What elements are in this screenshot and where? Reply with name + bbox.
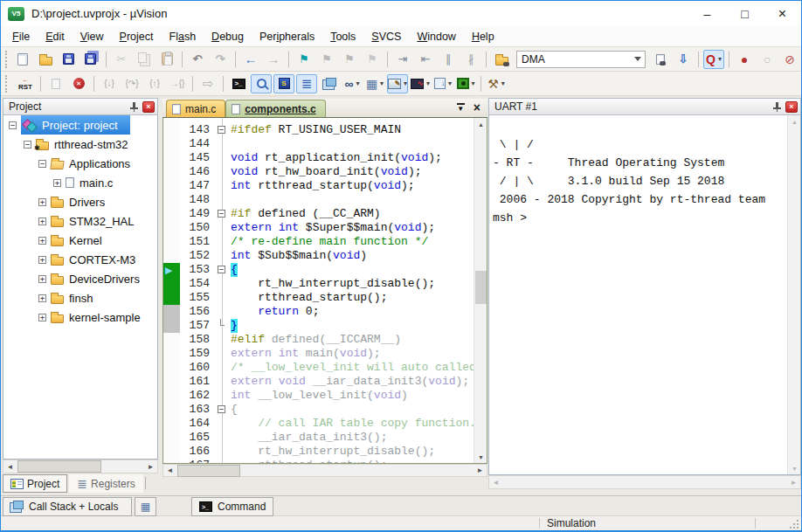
tree-item-project-project[interactable]: −Project: project: [3, 115, 157, 135]
scrollbar-thumb[interactable]: [177, 465, 240, 477]
serial-windows-button[interactable]: ✎▾: [387, 74, 408, 93]
project-horizontal-scrollbar[interactable]: ◄ ►: [3, 459, 158, 473]
tab-project[interactable]: Project: [3, 474, 67, 493]
memory-windows-button[interactable]: ▦▾: [364, 74, 385, 93]
save-all-button[interactable]: [80, 50, 101, 69]
scrollbar-thumb[interactable]: [475, 271, 487, 304]
expand-icon[interactable]: +: [38, 237, 46, 245]
comment-selection-button[interactable]: ∥: [438, 50, 459, 69]
breakpoint-toggle-button[interactable]: ●: [734, 50, 755, 69]
collapse-icon[interactable]: −: [9, 121, 17, 129]
bookmark-next-button[interactable]: ⚑: [316, 50, 337, 69]
paste-button[interactable]: [156, 50, 177, 69]
find-text-input[interactable]: [517, 53, 630, 66]
scrollbar-thumb[interactable]: [17, 460, 101, 473]
minimize-button[interactable]: –: [688, 1, 726, 26]
menu-view[interactable]: View: [73, 28, 112, 45]
analysis-windows-button[interactable]: ∿▾: [410, 74, 431, 93]
tree-item-kernel-sample[interactable]: +kernel-sample: [3, 307, 157, 327]
toolbar-drag-handle[interactable]: [5, 51, 7, 68]
menu-svcs[interactable]: SVCS: [363, 28, 409, 45]
menu-window[interactable]: Window: [409, 28, 463, 45]
tab-components-c[interactable]: components.c: [225, 100, 325, 117]
tab-main-c[interactable]: main.c: [166, 100, 225, 117]
expand-icon[interactable]: +: [38, 275, 46, 283]
incremental-find-button[interactable]: ⇩: [673, 50, 694, 69]
fold-collapse-icon[interactable]: −: [218, 405, 225, 413]
unindent-button[interactable]: ⇤: [415, 50, 436, 69]
registers-window-button[interactable]: ≣: [296, 74, 317, 93]
uart-vertical-scrollbar[interactable]: ▲ ▼: [787, 115, 800, 474]
close-document-icon[interactable]: ×: [474, 101, 481, 114]
scroll-left-icon[interactable]: ◄: [163, 465, 176, 477]
scroll-left-icon[interactable]: ◄: [3, 460, 17, 473]
collapse-icon[interactable]: −: [38, 160, 46, 168]
run-to-cursor-button[interactable]: →{}: [167, 74, 188, 93]
menu-flash[interactable]: Flash: [162, 28, 204, 45]
resize-grip[interactable]: [788, 518, 799, 529]
find-in-files-folder-button[interactable]: [491, 50, 512, 69]
step-out-button[interactable]: {↑}: [144, 74, 165, 93]
tree-item-stm32-hal[interactable]: +STM32_HAL: [3, 211, 157, 231]
find-in-files-button[interactable]: [650, 50, 671, 69]
menu-debug[interactable]: Debug: [204, 28, 252, 45]
scroll-right-icon[interactable]: ►: [787, 476, 800, 488]
bookmark-prev-button[interactable]: ⚑: [339, 50, 360, 69]
collapse-icon[interactable]: −: [24, 141, 31, 149]
navigate-back-button[interactable]: ←: [240, 50, 261, 69]
navigate-forward-button[interactable]: →: [263, 50, 284, 69]
pin-icon[interactable]: [130, 102, 138, 111]
new-file-button[interactable]: [12, 50, 33, 69]
tab-command[interactable]: >_ Command: [191, 497, 273, 516]
find-text-combo[interactable]: [516, 51, 646, 68]
editor-horizontal-scrollbar[interactable]: ◄ ►: [162, 464, 487, 477]
scroll-right-icon[interactable]: ►: [144, 460, 157, 473]
menu-project[interactable]: Project: [112, 28, 162, 45]
uart-panel-close-icon[interactable]: ×: [785, 101, 798, 113]
uncomment-selection-button[interactable]: ∦: [460, 50, 481, 69]
watch-windows-button[interactable]: ∞▾: [342, 74, 363, 93]
symbol-window-button[interactable]: S: [273, 74, 294, 93]
stop-debug-button[interactable]: ×: [68, 74, 89, 93]
code-lines[interactable]: 143−#ifdef RT_USING_USER_MAIN144145void …: [180, 118, 474, 463]
expand-icon[interactable]: +: [53, 179, 61, 187]
tab-call-stack-locals[interactable]: Call Stack + Locals: [3, 497, 132, 516]
tree-item-finsh[interactable]: +finsh: [3, 288, 157, 307]
trace-windows-button[interactable]: ↓▾: [432, 74, 453, 93]
menu-tools[interactable]: Tools: [322, 28, 363, 45]
expand-icon[interactable]: +: [38, 294, 46, 302]
tree-item-drivers[interactable]: +Drivers: [3, 192, 157, 211]
cut-button[interactable]: ✂: [111, 50, 132, 69]
menu-file[interactable]: File: [4, 28, 38, 45]
save-button[interactable]: [58, 50, 79, 69]
toolbar-drag-handle[interactable]: [5, 75, 10, 93]
expand-icon[interactable]: +: [38, 314, 46, 321]
scroll-up-icon[interactable]: ▲: [474, 118, 487, 130]
fold-collapse-icon[interactable]: −: [218, 210, 225, 218]
menu-peripherals[interactable]: Peripherals: [252, 28, 322, 45]
callstack-window-button[interactable]: [319, 74, 340, 93]
run-button[interactable]: ⇨: [197, 74, 218, 93]
uart-terminal[interactable]: \ | /- RT - Thread Operating System / | …: [488, 115, 801, 475]
redo-button[interactable]: ↷: [210, 50, 231, 69]
combo-dropdown-button[interactable]: [630, 52, 645, 67]
tab-registers[interactable]: ≣ Registers: [69, 474, 142, 493]
reset-button[interactable]: ←RST: [15, 74, 36, 93]
open-file-button[interactable]: [35, 50, 56, 69]
code-editor[interactable]: ▶ 143−#ifdef RT_USING_USER_MAIN144145voi…: [162, 118, 487, 464]
find-all-references-button[interactable]: Q▾: [703, 50, 724, 69]
scroll-up-icon[interactable]: ▲: [788, 115, 801, 128]
menu-edit[interactable]: Edit: [38, 28, 73, 45]
expand-icon[interactable]: +: [38, 256, 46, 264]
maximize-button[interactable]: □: [726, 1, 764, 26]
close-button[interactable]: ×: [764, 1, 801, 26]
disassembly-window-button[interactable]: [251, 74, 272, 93]
breakpoint-enable-disable-button[interactable]: ○: [757, 50, 778, 69]
step-over-button[interactable]: {↷}: [121, 74, 142, 93]
tree-item-rtthread-stm32[interactable]: −✱rtthread-stm32: [3, 135, 157, 154]
menu-help[interactable]: Help: [464, 28, 502, 45]
scroll-right-icon[interactable]: ►: [474, 465, 487, 477]
project-panel-close-icon[interactable]: ×: [142, 101, 155, 113]
command-window-button[interactable]: >_: [228, 74, 249, 93]
step-into-button[interactable]: {↓}: [99, 74, 120, 93]
